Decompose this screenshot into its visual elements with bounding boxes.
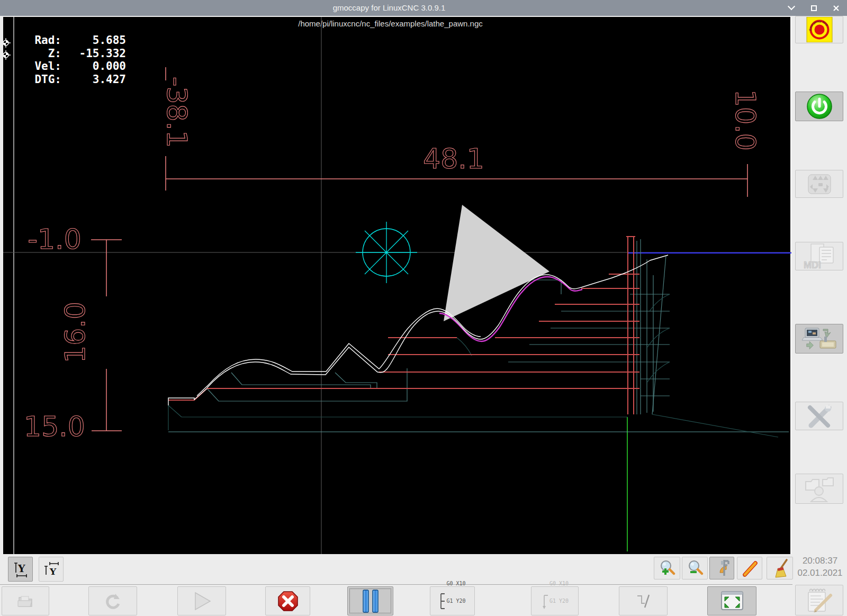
notepad-icon (804, 587, 835, 613)
axis-lines (3, 17, 791, 554)
notes-button[interactable] (795, 585, 843, 615)
close-button[interactable] (831, 3, 841, 13)
run-program-button[interactable] (177, 586, 226, 615)
gcode-preview-text: G0 X10 G1 Y20 G1 Z30 (549, 569, 569, 616)
toolpath-canvas: 48.1 -38.1 10.0 -1.0 16.0 15.0 (3, 17, 791, 554)
machine-on-button[interactable] (795, 92, 843, 121)
dim-left-label: -38.1 (161, 77, 193, 148)
gcode-preview-text: G0 X10 G1 Y20 G1 Z30 (446, 569, 465, 616)
auto-mode-button[interactable] (795, 324, 843, 354)
window-controls (787, 0, 847, 16)
dim-top-label: -1.0 (28, 223, 81, 255)
minimize-button[interactable] (787, 3, 796, 13)
auto-run-icon (801, 326, 838, 351)
dro-label: Vel: (29, 60, 61, 73)
dro-value: 3.427 (61, 73, 126, 86)
title-bar: gmoccapy for LinuxCNC 3.0.9.1 (0, 0, 847, 16)
gremlin-preview[interactable]: /home/pi/linuxcnc/nc_files/examples/lath… (3, 17, 791, 554)
tool-dimensions-button[interactable] (709, 557, 734, 579)
origin-marker-icons (3, 38, 11, 60)
dro-label: DTG: (29, 73, 61, 86)
close-icon (833, 5, 840, 12)
maximize-button[interactable] (809, 3, 818, 13)
folder-open-icon (16, 593, 35, 609)
tool-crosshair-icon (356, 222, 417, 283)
clock-time: 20:08:37 (794, 555, 846, 567)
dim-right-label: 10.0 (729, 89, 761, 151)
emergency-stop-icon: Emergency-Stop (806, 17, 833, 42)
pencil-icon (740, 559, 759, 578)
power-icon (806, 93, 833, 120)
dim-bottom-label: 15.0 (24, 411, 85, 442)
gmoccapy-window: gmoccapy for LinuxCNC 3.0.9.1 /home/pi/l… (0, 0, 847, 616)
gcode-line: G0 X10 (446, 581, 465, 586)
dimension-labels: 48.1 -38.1 10.0 -1.0 16.0 15.0 (24, 77, 761, 442)
dro-row-vel: Vel: 0.000 (29, 60, 126, 73)
caliper-icon (713, 559, 732, 578)
gcode-line: G1 Y20 (549, 598, 569, 604)
zoom-out-button[interactable] (682, 557, 708, 579)
dro-row-dtg: DTG: 3.427 (29, 73, 126, 86)
maximize-icon (811, 5, 817, 11)
estop-button[interactable]: Emergency-Stop (795, 16, 843, 43)
gcode-line: G0 X10 (549, 581, 569, 586)
mdi-mode-button[interactable]: MDI (795, 242, 843, 270)
dro-row-z: Z: -15.332 (29, 47, 126, 60)
dro-value: -15.332 (61, 47, 126, 60)
tools-icon (804, 403, 835, 429)
step-arrow-icon (541, 591, 549, 611)
dro-label: Z: (29, 47, 61, 60)
toolbar-separator (0, 584, 792, 585)
stop-icon (277, 590, 299, 612)
reload-icon (103, 592, 122, 611)
jog-arrows-icon (805, 173, 834, 196)
pause-icon (360, 589, 381, 613)
tool-cone (444, 205, 549, 321)
line-bracket-icon (439, 591, 446, 611)
user-settings-button[interactable] (795, 474, 843, 504)
mdi-label: MDI (804, 260, 821, 269)
fullscreen-icon (719, 591, 745, 612)
dro-row-rad: Rad: 5.685 (29, 34, 126, 47)
zoom-out-icon (686, 559, 705, 578)
reload-file-button[interactable] (88, 586, 137, 615)
zoom-in-icon (657, 559, 677, 578)
dro-readout: Rad: 5.685 Z: -15.332 Vel: 0.000 DTG: 3.… (29, 34, 126, 86)
manual-mode-button[interactable] (795, 170, 843, 198)
clock-date: 02.01.2021 (794, 567, 846, 579)
part-profile (168, 255, 668, 405)
user-folders-icon (803, 475, 836, 503)
step-button[interactable]: G0 X10 G1 Y20 G1 Z30 (531, 586, 579, 615)
dro-value: 5.685 (61, 34, 126, 47)
view-y2-button[interactable]: Y (39, 557, 64, 582)
clear-plot-button[interactable] (767, 557, 793, 579)
dim-mid-label: 16.0 (59, 302, 91, 363)
edit-gcode-button[interactable] (737, 557, 762, 579)
play-icon (191, 591, 212, 612)
pause-program-button[interactable] (347, 586, 393, 615)
settings-button[interactable] (795, 402, 843, 430)
dro-label: Rad: (29, 34, 61, 47)
view-y-button[interactable]: Y (8, 557, 33, 582)
view-y2-icon: Y (43, 560, 60, 578)
rapid-move-lines-dark (168, 294, 778, 437)
feed-move-lines (168, 237, 639, 414)
open-file-button[interactable] (2, 586, 49, 615)
gcode-line: G1 Y20 (446, 598, 465, 604)
mdi-icon: MDI (800, 243, 839, 269)
run-from-line-button[interactable]: G0 X10 G1 Y20 G1 Z30 (430, 586, 475, 615)
clock: 20:08:37 02.01.2021 (794, 555, 846, 579)
slash-block-icon (634, 592, 652, 611)
view-y-icon: Y (12, 560, 29, 578)
svg-text:Y: Y (49, 566, 57, 577)
dim-width-label: 48.1 (423, 143, 484, 175)
stop-program-button[interactable] (265, 586, 310, 615)
fullscreen-button[interactable] (707, 586, 756, 615)
svg-text:Y: Y (17, 563, 25, 574)
broom-icon (770, 558, 789, 578)
window-title: gmoccapy for LinuxCNC 3.0.9.1 (0, 0, 778, 16)
skip-optional-blocks-button[interactable] (619, 586, 668, 615)
dro-value: 0.000 (61, 60, 126, 73)
chevron-down-icon (788, 3, 795, 10)
zoom-in-button[interactable] (654, 557, 680, 579)
